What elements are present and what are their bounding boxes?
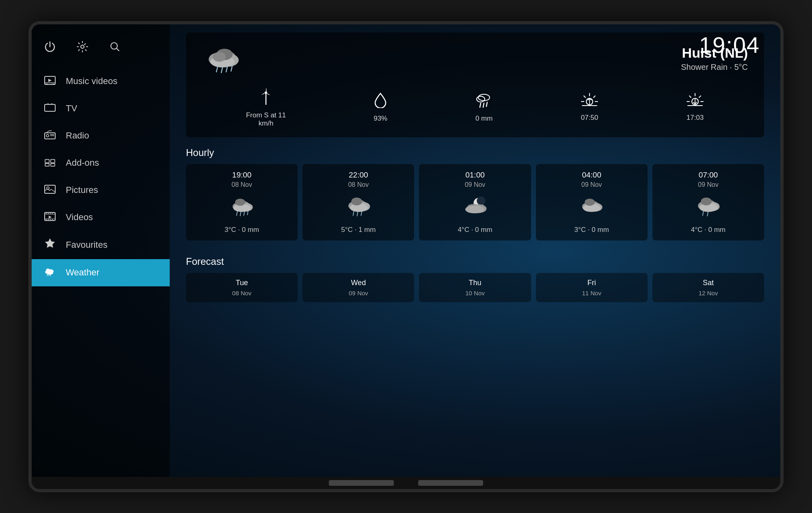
hourly-time-4: 07:00 [699, 171, 718, 180]
svg-line-54 [594, 96, 595, 97]
sunset-detail: 17:03 [686, 93, 704, 122]
svg-point-78 [351, 197, 362, 206]
tv-icon [43, 102, 57, 115]
svg-line-41 [221, 67, 222, 73]
favourites-icon [43, 238, 57, 252]
search-button[interactable] [109, 41, 121, 56]
sidebar-item-tv[interactable]: TV [32, 95, 170, 122]
forecast-day-3: Fri [587, 279, 596, 287]
svg-rect-14 [45, 185, 55, 193]
hourly-date-2: 09 Nov [465, 181, 486, 188]
rain-text: 0 mm [475, 115, 493, 123]
forecast-card-4[interactable]: Sat 12 Nov [652, 273, 764, 302]
sunrise-text: 07:50 [581, 114, 598, 122]
svg-rect-13 [51, 163, 55, 166]
hourly-card-2[interactable]: 01:00 09 Nov 4°C · 0 [419, 164, 531, 240]
svg-line-42 [226, 67, 227, 72]
clock: 19:04 [699, 32, 760, 58]
hourly-card-4[interactable]: 07:00 09 Nov [652, 164, 764, 240]
hourly-temp-4: 4°C · 0 mm [691, 226, 726, 234]
connector-right [418, 480, 483, 486]
power-button[interactable] [44, 41, 56, 56]
hourly-temp-3: 3°C · 0 mm [574, 226, 609, 234]
forecast-cards: Tue 08 Nov Wed 09 Nov Thu 10 Nov Fri 11 … [186, 273, 764, 302]
svg-point-0 [81, 45, 84, 48]
hourly-temp-2: 4°C · 0 mm [458, 226, 492, 234]
wind-detail: From S at 11 km/h [246, 87, 286, 128]
current-weather-card: Hulst (NL) Shower Rain · 5°C [186, 32, 764, 137]
svg-point-7 [46, 134, 49, 137]
svg-point-91 [585, 198, 595, 206]
wind-text: From S at 11 km/h [246, 111, 286, 128]
svg-line-72 [244, 211, 244, 215]
forecast-card-1[interactable]: Wed 09 Nov [302, 273, 414, 302]
forecast-day-0: Tue [235, 279, 248, 287]
sidebar-item-favourites[interactable]: Favourites [32, 231, 170, 259]
hourly-title: Hourly [186, 147, 764, 158]
hourly-icon-2 [459, 195, 491, 219]
sidebar-toolbar [32, 32, 170, 68]
svg-line-32 [49, 274, 49, 276]
hourly-date-3: 09 Nov [581, 181, 602, 188]
svg-line-98 [708, 212, 708, 216]
hourly-card-3[interactable]: 04:00 09 Nov 3°C · 0 mm [536, 164, 648, 240]
hourly-date-1: 08 Nov [348, 181, 369, 188]
forecast-card-2[interactable]: Thu 10 Nov [419, 273, 531, 302]
sidebar-item-pictures[interactable]: Pictures [32, 177, 170, 204]
hourly-card-1[interactable]: 22:00 08 Nov [302, 164, 414, 240]
svg-point-86 [465, 205, 484, 213]
addons-icon [43, 157, 57, 169]
svg-line-60 [689, 96, 691, 97]
hourly-date-0: 08 Nov [231, 181, 252, 188]
svg-point-83 [477, 196, 485, 205]
forecast-day-2: Thu [469, 279, 481, 287]
svg-line-49 [483, 103, 484, 107]
svg-line-61 [699, 96, 701, 97]
sidebar-item-addons[interactable]: Add-ons [32, 149, 170, 177]
svg-rect-4 [45, 104, 55, 111]
forecast-card-0[interactable]: Tue 08 Nov [186, 273, 298, 302]
sidebar-item-videos[interactable]: Videos [32, 204, 170, 231]
hourly-date-4: 09 Nov [698, 181, 719, 188]
music-videos-label: Music videos [66, 76, 117, 87]
svg-point-47 [477, 96, 485, 102]
weather-label: Weather [66, 267, 99, 278]
main-content: Hulst (NL) Shower Rain · 5°C [170, 24, 780, 477]
sidebar-item-music-videos[interactable]: Music videos [32, 68, 170, 95]
hourly-card-0[interactable]: 19:00 08 Nov [186, 164, 298, 240]
forecast-card-3[interactable]: Fri 11 Nov [536, 273, 648, 302]
hourly-time-2: 01:00 [465, 171, 485, 180]
hourly-section: Hourly 19:00 08 Nov [186, 147, 764, 240]
radio-icon [43, 130, 57, 142]
forecast-date-2: 10 Nov [465, 290, 485, 297]
hourly-icon-1 [342, 195, 375, 219]
humidity-icon [374, 92, 387, 111]
settings-button[interactable] [76, 41, 89, 56]
svg-line-48 [480, 103, 481, 107]
radio-label: Radio [66, 130, 89, 141]
forecast-date-3: 11 Nov [582, 290, 601, 297]
videos-icon [43, 211, 57, 224]
svg-line-81 [361, 211, 362, 215]
svg-line-80 [357, 212, 358, 216]
svg-point-39 [213, 52, 226, 62]
forecast-day-4: Sat [703, 279, 714, 287]
svg-point-96 [701, 197, 712, 206]
humidity-detail: 93% [374, 92, 387, 123]
sidebar-item-weather[interactable]: Weather [32, 259, 170, 286]
svg-rect-11 [51, 159, 55, 162]
sunrise-detail: 07:50 [581, 93, 598, 122]
forecast-section: Forecast Tue 08 Nov Wed 09 Nov Thu 10 No… [186, 256, 764, 302]
device-frame: 19:04 [28, 21, 784, 492]
rain-detail: 0 mm [475, 92, 493, 123]
svg-rect-12 [45, 163, 49, 166]
svg-line-43 [231, 66, 232, 71]
weather-description: Shower Rain · 5°C [681, 63, 748, 72]
forecast-date-4: 12 Nov [699, 290, 718, 297]
sidebar-item-radio[interactable]: Radio [32, 122, 170, 149]
svg-line-33 [50, 274, 51, 276]
hourly-time-1: 22:00 [349, 171, 368, 180]
current-weather-top: Hulst (NL) Shower Rain · 5°C [202, 42, 748, 75]
current-weather-details: From S at 11 km/h 93% [202, 87, 748, 128]
sunrise-icon [581, 93, 598, 110]
